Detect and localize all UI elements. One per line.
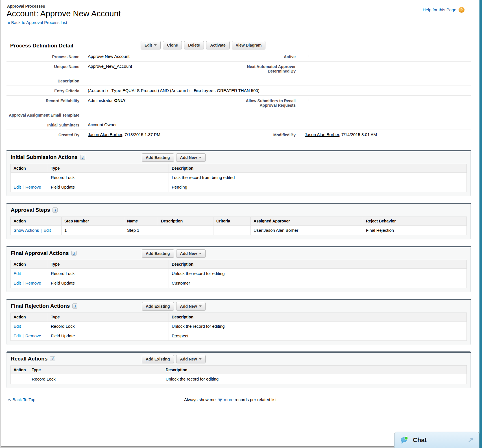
view-diagram-button[interactable]: View Diagram bbox=[232, 41, 266, 49]
add-existing-button[interactable]: Add Existing bbox=[142, 153, 174, 162]
back-to-list-link[interactable]: « Back to Approval Process List bbox=[8, 20, 67, 25]
step-criteria bbox=[213, 226, 251, 235]
column-header-type: Type bbox=[48, 164, 169, 173]
prospect-field-update-link[interactable]: Prospect bbox=[172, 333, 188, 338]
field-row-created-by: Created By Jason Alan Borher, 7/13/2015 … bbox=[6, 130, 471, 139]
pending-field-update-link[interactable]: Pending bbox=[172, 185, 187, 189]
add-new-button[interactable]: Add New bbox=[176, 302, 206, 311]
chat-widget[interactable]: Chat ↗ bbox=[394, 432, 479, 448]
info-icon[interactable]: i bbox=[71, 251, 77, 256]
related-list-initial-submission-actions: Initial Submission Actionsi Add Existing… bbox=[6, 150, 471, 196]
created-by-link[interactable]: Jason Alan Borher bbox=[88, 132, 122, 137]
field-value: Approve_New_Account bbox=[79, 64, 232, 69]
section-buttons: Add Existing Add New bbox=[142, 153, 206, 162]
column-header-reject-behavior: Reject Behavior bbox=[363, 217, 467, 226]
help-link[interactable]: Help for this Page bbox=[423, 7, 456, 12]
edit-button[interactable]: Edit bbox=[141, 41, 161, 49]
column-header-type: Type bbox=[48, 313, 169, 322]
chevron-down-icon bbox=[199, 253, 202, 254]
edit-link[interactable]: Edit bbox=[14, 281, 21, 285]
section-title: Final Approval Actions bbox=[11, 250, 69, 256]
column-header-action: Action bbox=[11, 366, 29, 374]
info-icon[interactable]: i bbox=[80, 155, 85, 160]
column-header-description: Description bbox=[169, 313, 467, 322]
table-row: Edit|Remove Field Update Customer bbox=[11, 278, 467, 288]
related-list-final-rejection-actions: Final Rejection Actionsi Add Existing Ad… bbox=[6, 299, 471, 345]
field-label: Active bbox=[232, 54, 296, 59]
action-type: Field Update bbox=[48, 331, 169, 341]
customer-field-update-link[interactable]: Customer bbox=[172, 281, 190, 285]
action-type: Field Update bbox=[48, 182, 169, 192]
info-icon[interactable]: i bbox=[72, 303, 77, 309]
edit-link[interactable]: Edit bbox=[14, 324, 21, 329]
breadcrumb: Approval Processes bbox=[7, 4, 471, 8]
remove-link[interactable]: Remove bbox=[25, 333, 41, 338]
records-per-list-control: Always show memore records per related l… bbox=[184, 397, 276, 402]
field-value: Account Owner bbox=[79, 122, 232, 127]
delete-button[interactable]: Delete bbox=[184, 41, 204, 49]
active-checkbox bbox=[305, 54, 309, 58]
triangle-down-icon bbox=[218, 399, 223, 402]
remove-link[interactable]: Remove bbox=[25, 185, 41, 189]
related-list-approval-steps: Approval Stepsi Action Step Number Name … bbox=[6, 203, 471, 239]
chevron-down-icon bbox=[199, 358, 202, 360]
field-label: Modified By bbox=[232, 132, 296, 137]
field-label: Approval Assignment Email Template bbox=[6, 112, 79, 117]
more-records-link[interactable]: more bbox=[224, 397, 234, 402]
action-description: Unlock the record for editing bbox=[169, 269, 467, 278]
add-new-button[interactable]: Add New bbox=[176, 355, 206, 363]
add-new-button[interactable]: Add New bbox=[176, 249, 206, 258]
edit-link[interactable]: Edit bbox=[43, 228, 51, 233]
activate-button[interactable]: Activate bbox=[206, 41, 229, 49]
table-row: Edit Record Lock Unlock the record for e… bbox=[11, 322, 467, 331]
field-label: Unique Name bbox=[6, 64, 79, 69]
column-header-description: Description bbox=[158, 217, 213, 226]
action-type: Record Lock bbox=[29, 374, 163, 384]
table-row: Edit|Remove Field Update Prospect bbox=[11, 331, 467, 341]
field-row-email-template: Approval Assignment Email Template bbox=[6, 110, 471, 120]
table-row: Record Lock Lock the record from being e… bbox=[11, 173, 467, 182]
section-header: Final Rejection Actionsi Add Existing Ad… bbox=[7, 300, 470, 312]
vertical-scrollbar[interactable] bbox=[479, 0, 482, 448]
field-label: Process Name bbox=[6, 54, 79, 59]
column-header-action: Action bbox=[11, 313, 48, 322]
initial-submission-table: Action Type Description Record Lock Lock… bbox=[10, 164, 467, 192]
info-icon[interactable]: i bbox=[53, 207, 58, 213]
field-label: Initial Submitters bbox=[6, 122, 79, 127]
detail-buttons: Edit Clone Delete Activate View Diagram bbox=[141, 41, 265, 49]
approval-steps-table: Action Step Number Name Description Crit… bbox=[10, 217, 467, 235]
table-row: Edit|Remove Field Update Pending bbox=[11, 182, 467, 192]
add-existing-button[interactable]: Add Existing bbox=[142, 249, 174, 258]
detail-header: Process Definition Detail Edit Clone Del… bbox=[10, 41, 471, 52]
field-value: Approve New Account bbox=[79, 54, 232, 59]
assigned-approver-link[interactable]: User:Jason Alan Borher bbox=[254, 228, 298, 233]
info-icon[interactable]: i bbox=[50, 356, 55, 361]
column-header-action: Action bbox=[11, 260, 48, 269]
chevron-down-icon bbox=[199, 157, 202, 158]
edit-link[interactable]: Edit bbox=[14, 271, 21, 276]
field-label: Allow Submitters to Recall Approval Requ… bbox=[232, 98, 296, 108]
add-existing-button[interactable]: Add Existing bbox=[142, 355, 174, 363]
expand-arrow-icon[interactable]: ↗ bbox=[468, 436, 474, 444]
modified-by-link[interactable]: Jason Alan Borher bbox=[305, 132, 339, 137]
column-header-name: Name bbox=[124, 217, 158, 226]
edit-link[interactable]: Edit bbox=[14, 333, 21, 338]
step-name: Step 1 bbox=[124, 226, 158, 235]
add-new-button[interactable]: Add New bbox=[176, 153, 206, 162]
field-row-unique-name: Unique Name Approve_New_Account Next Aut… bbox=[6, 62, 471, 76]
action-type: Record Lock bbox=[48, 269, 169, 278]
show-actions-link[interactable]: Show Actions bbox=[14, 228, 39, 233]
clone-button[interactable]: Clone bbox=[163, 41, 182, 49]
section-title: Recall Actions bbox=[11, 356, 47, 362]
edit-link[interactable]: Edit bbox=[14, 185, 21, 189]
section-title: Approval Steps bbox=[11, 207, 50, 213]
final-rejection-table: Action Type Description Edit Record Lock… bbox=[10, 312, 467, 341]
field-value bbox=[296, 98, 471, 103]
section-buttons: Add Existing Add New bbox=[142, 249, 206, 258]
back-to-top-link[interactable]: Back To Top bbox=[8, 397, 35, 402]
help-question-icon[interactable]: ? bbox=[459, 7, 464, 13]
add-existing-button[interactable]: Add Existing bbox=[142, 302, 174, 311]
table-row: Show Actions|Edit 1 Step 1 User:Jason Al… bbox=[11, 226, 467, 235]
remove-link[interactable]: Remove bbox=[25, 281, 41, 285]
section-title: Initial Submission Actions bbox=[11, 154, 78, 160]
